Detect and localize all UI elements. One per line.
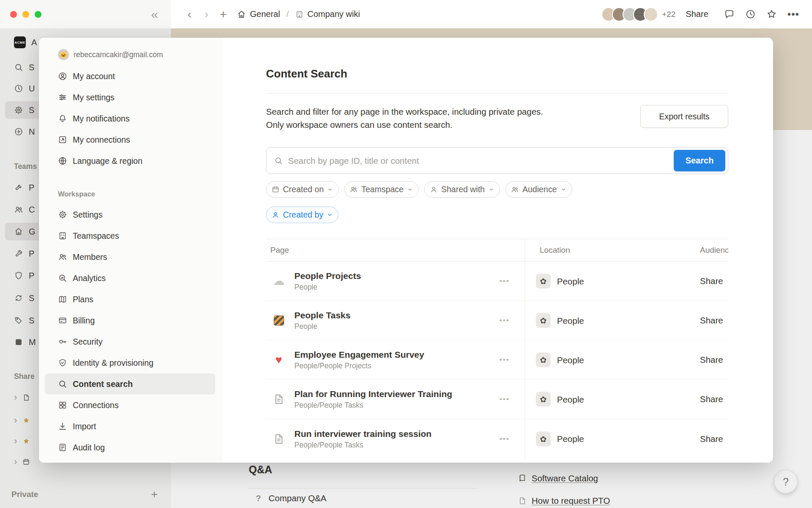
export-results-button[interactable]: Export results — [640, 105, 728, 128]
filter-audience[interactable]: Audience — [505, 181, 572, 198]
person-icon — [430, 185, 438, 193]
filter-teamspace[interactable]: Teamspace — [344, 181, 419, 198]
new-tab-button[interactable]: + — [215, 8, 232, 20]
settings-item-settings[interactable]: Settings — [45, 204, 215, 225]
table-row[interactable]: Plan for Running Interviewer Training Pe… — [266, 380, 728, 419]
page-title-cell: Run interviewer training session — [294, 428, 431, 439]
chevron-down-icon — [407, 186, 413, 193]
settings-item-billing[interactable]: Billing — [45, 310, 215, 331]
location-name: People — [557, 434, 584, 444]
people-icon — [58, 252, 67, 262]
audience-cell: Share — [700, 315, 723, 326]
back-button[interactable]: ‹ — [181, 8, 198, 20]
share-button[interactable]: Share — [686, 9, 708, 19]
breadcrumb-root[interactable]: General — [250, 9, 280, 19]
settings-item-audit-log[interactable]: Audit log — [45, 437, 215, 458]
settings-item-my-connections[interactable]: My connections — [45, 129, 215, 150]
page-title-cell: People Projects — [294, 271, 361, 281]
audience-cell: Share — [700, 355, 723, 365]
avatar — [644, 7, 658, 22]
search-button[interactable]: Search — [674, 150, 725, 171]
audience-cell: Share — [700, 434, 723, 444]
settings-item-content-search[interactable]: Content search — [45, 373, 215, 395]
page-title-cell: People Tasks — [294, 310, 351, 320]
page-path: People — [294, 283, 361, 292]
filter-label: Audience — [522, 185, 557, 194]
teamspace-flower-icon: ✿ — [536, 431, 551, 446]
settings-item-label: My notifications — [73, 114, 129, 124]
key-icon — [58, 337, 67, 346]
minimize-window-button[interactable] — [22, 11, 29, 18]
settings-item-connections[interactable]: Connections — [45, 395, 215, 416]
shield-check-icon — [58, 358, 67, 367]
collaborator-avatars[interactable] — [601, 7, 658, 22]
row-more-button[interactable]: ••• — [499, 395, 510, 403]
bell-icon — [58, 114, 67, 123]
favorite-star-icon[interactable] — [766, 9, 777, 19]
page-icon — [272, 433, 285, 445]
breadcrumb-page[interactable]: Company wiki — [307, 9, 360, 19]
row-more-button[interactable]: ••• — [499, 316, 510, 325]
settings-item-label: Teamspaces — [73, 231, 119, 241]
page-title: Content Search — [266, 67, 728, 80]
avatar-overflow-count[interactable]: +22 — [662, 10, 675, 19]
collapse-sidebar-icon[interactable]: « — [151, 8, 158, 21]
calendar-icon — [272, 185, 280, 193]
settings-item-members[interactable]: Members — [45, 246, 215, 268]
table-row[interactable]: People Tasks People ••• ✿ People Share — [266, 301, 728, 340]
settings-item-security[interactable]: Security — [45, 331, 215, 352]
settings-item-analytics[interactable]: Analytics — [45, 268, 215, 289]
account-email: rebeccamcakir@gmail.com — [74, 50, 163, 59]
page-path: People/People Tasks — [294, 401, 452, 410]
settings-item-identity-provisioning[interactable]: Identity & provisioning — [45, 352, 215, 373]
teamspace-flower-icon: ✿ — [536, 392, 551, 407]
table-row[interactable]: ☁ People Projects People ••• ✿ People Sh… — [266, 262, 728, 301]
settings-item-label: My account — [73, 72, 115, 81]
location-cell: ✿ People — [536, 431, 584, 446]
settings-item-language-region[interactable]: Language & region — [45, 150, 215, 171]
account-row: 🐱 rebeccamcakir@gmail.com — [45, 48, 215, 61]
filter-created-on[interactable]: Created on — [266, 181, 339, 198]
settings-item-my-settings[interactable]: My settings — [45, 87, 215, 108]
filter-shared-with[interactable]: Shared with — [424, 181, 500, 198]
table-row[interactable]: ♥ Employee Engagement Survey People/Peop… — [266, 340, 728, 380]
filter-label: Created by — [283, 210, 323, 220]
close-window-button[interactable] — [10, 11, 17, 18]
settings-item-my-account[interactable]: My account — [45, 66, 215, 87]
settings-item-label: Plans — [73, 295, 93, 304]
row-more-button[interactable]: ••• — [499, 356, 510, 364]
location-name: People — [557, 315, 584, 326]
person-circle-icon — [58, 72, 67, 81]
location-name: People — [557, 355, 584, 365]
settings-item-import[interactable]: Import — [45, 416, 215, 437]
search-input[interactable] — [288, 156, 669, 166]
arrow-up-right-icon — [58, 135, 67, 144]
more-options-icon[interactable]: ••• — [787, 9, 799, 19]
table-header: Page Location Audience — [266, 239, 728, 262]
settings-item-label: Content search — [73, 379, 133, 389]
filter-created-by[interactable]: Created by — [266, 207, 338, 223]
location-name: People — [557, 276, 584, 286]
settings-item-my-notifications[interactable]: My notifications — [45, 108, 215, 129]
row-more-button[interactable]: ••• — [499, 277, 510, 285]
page-description: Search and filter for any page in the wo… — [266, 105, 543, 131]
globe-icon — [58, 156, 67, 166]
history-clock-icon[interactable] — [745, 9, 756, 19]
filter-label: Shared with — [441, 185, 485, 194]
settings-item-label: Connections — [73, 400, 118, 410]
heart-icon: ♥ — [272, 354, 285, 366]
row-more-button[interactable]: ••• — [499, 435, 510, 443]
column-header-audience: Audience — [700, 246, 728, 255]
filter-label: Created on — [283, 185, 324, 194]
building-icon — [58, 231, 67, 240]
settings-item-label: Import — [73, 422, 96, 431]
table-row[interactable]: Run interviewer training session People/… — [266, 419, 728, 458]
zoom-window-button[interactable] — [35, 11, 41, 18]
settings-item-label: My connections — [73, 135, 130, 145]
settings-item-label: Analytics — [73, 273, 106, 283]
analytics-icon — [58, 273, 67, 283]
forward-button[interactable]: › — [198, 8, 215, 20]
settings-item-teamspaces[interactable]: Teamspaces — [45, 225, 215, 246]
comments-icon[interactable] — [724, 9, 735, 19]
settings-item-plans[interactable]: Plans — [45, 289, 215, 310]
